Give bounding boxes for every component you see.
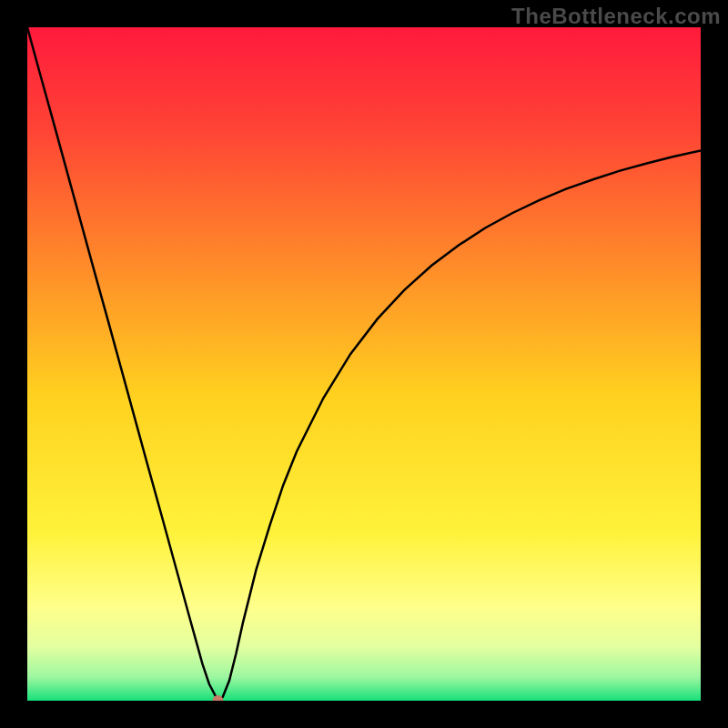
chart-svg bbox=[27, 27, 701, 701]
watermark-text: TheBottleneck.com bbox=[511, 4, 721, 29]
chart-container: TheBottleneck.com bbox=[0, 0, 728, 728]
plot-area bbox=[27, 27, 701, 701]
gradient-background bbox=[27, 27, 701, 701]
